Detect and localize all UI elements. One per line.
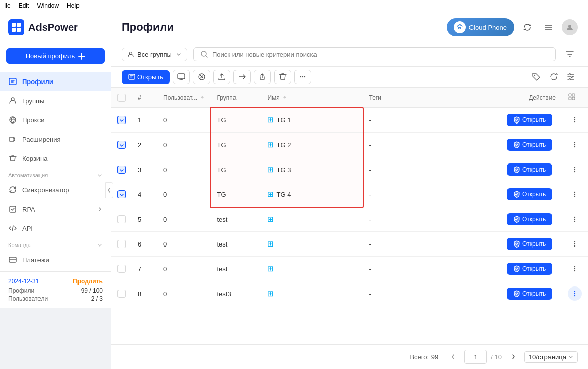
row-checkbox[interactable] (117, 240, 126, 248)
open-button[interactable]: Открыть (122, 70, 170, 84)
row-num: 2 (132, 133, 157, 157)
tag-button[interactable] (529, 70, 543, 84)
column-settings-button[interactable] (564, 70, 578, 84)
row-open-button[interactable]: Открыть (507, 238, 552, 250)
row-open-button[interactable]: Открыть (507, 114, 552, 126)
row-action: Открыть (501, 281, 562, 306)
header-name[interactable]: Имя (261, 88, 363, 108)
row-checkbox[interactable] (117, 116, 126, 124)
table-header-row: # Пользоват... Группа Имя (111, 88, 588, 108)
sidebar-item-proxy[interactable]: Прокси (0, 110, 111, 130)
row-num: 7 (132, 257, 157, 281)
header-user[interactable]: Пользоват... (157, 88, 211, 108)
sidebar-item-payments[interactable]: Платежи (0, 250, 111, 269)
refresh-header-button[interactable] (519, 19, 535, 35)
open-icon (128, 73, 135, 80)
svg-point-17 (300, 76, 301, 77)
users-stat-label: Пользователи (8, 295, 48, 302)
header-check[interactable] (111, 88, 132, 108)
table-body: 1 0 TG ⊞ TG 1 - Открыть (111, 108, 588, 306)
screen-icon (177, 73, 185, 81)
row-num: 4 (132, 182, 157, 207)
next-page-button[interactable] (506, 350, 520, 364)
screen-button[interactable] (173, 70, 190, 84)
sidebar-item-groups[interactable]: Группы (0, 91, 111, 110)
row-more-button[interactable] (568, 138, 582, 152)
row-more-cell (562, 157, 588, 182)
row-open-button[interactable]: Открыть (507, 188, 552, 200)
menu-help[interactable]: Help (67, 2, 80, 9)
cloud-phone-button[interactable]: Cloud Phone (447, 18, 514, 36)
row-more-button[interactable] (568, 212, 582, 226)
sidebar-item-api[interactable]: API (0, 219, 111, 238)
row-checkbox[interactable] (117, 166, 126, 174)
extend-link[interactable]: Продлить (73, 278, 103, 285)
rpa-arrow-icon (97, 206, 103, 212)
row-more-button[interactable] (568, 286, 582, 301)
row-more-button[interactable] (568, 187, 582, 201)
row-checkbox[interactable] (117, 141, 126, 149)
row-checkbox[interactable] (117, 190, 126, 198)
row-open-button[interactable]: Открыть (507, 288, 552, 300)
sidebar-nav: Профили Группы (0, 70, 111, 271)
table-refresh-button[interactable] (546, 70, 561, 84)
table-row: 1 0 TG ⊞ TG 1 - Открыть (111, 108, 588, 133)
filter-button[interactable] (562, 46, 578, 62)
group-select[interactable]: Все группы (122, 48, 187, 61)
page-size-select[interactable]: 10/страница (524, 351, 578, 363)
sidebar-item-extensions[interactable]: Расширения (0, 130, 111, 149)
extensions-icon (8, 135, 17, 144)
close-profile-button[interactable] (193, 70, 210, 84)
menu-ile[interactable]: Ile (4, 2, 11, 9)
svg-point-19 (304, 76, 305, 77)
sidebar-item-trash[interactable]: Корзина (0, 149, 111, 168)
row-open-button[interactable]: Открыть (507, 263, 552, 275)
svg-point-32 (574, 144, 575, 145)
row-open-button[interactable]: Открыть (507, 213, 552, 225)
automation-section: Автоматизация (0, 168, 111, 180)
svg-rect-26 (569, 97, 571, 100)
export-button[interactable] (254, 70, 271, 84)
row-more-button[interactable] (568, 113, 582, 127)
new-profile-button[interactable]: Новый профиль (6, 48, 105, 64)
row-open-button[interactable]: Открыть (507, 139, 552, 151)
delete-button[interactable] (274, 70, 291, 84)
sidebar-collapse-button[interactable] (105, 182, 113, 198)
upload-button[interactable] (213, 70, 230, 84)
more-vertical-icon (571, 141, 579, 149)
row-more-button[interactable] (568, 237, 582, 251)
svg-point-23 (569, 79, 571, 80)
prev-page-button[interactable] (446, 350, 460, 364)
menu-window[interactable]: Window (37, 2, 59, 9)
search-bar (193, 47, 556, 61)
menu-edit[interactable]: Edit (19, 2, 29, 9)
row-open-button[interactable]: Открыть (507, 163, 552, 176)
svg-point-45 (574, 245, 575, 247)
sidebar-item-profiles[interactable]: Профили (0, 72, 111, 91)
sidebar-item-sync[interactable]: Синхронизатор (0, 180, 111, 199)
row-more-button[interactable] (568, 262, 582, 276)
row-tags: - (363, 108, 423, 133)
row-more-cell (562, 207, 588, 232)
windows-icon: ⊞ (267, 115, 274, 125)
svg-point-20 (534, 75, 535, 76)
select-all-checkbox[interactable] (117, 94, 126, 102)
column-config-icon[interactable] (568, 93, 576, 101)
cloud-phone-label: Cloud Phone (469, 24, 507, 31)
search-input[interactable] (212, 51, 549, 58)
user-avatar-button[interactable] (562, 19, 578, 35)
row-more-button[interactable] (568, 162, 582, 177)
list-view-button[interactable] (540, 19, 557, 35)
search-icon (200, 50, 208, 58)
svg-rect-25 (572, 94, 575, 96)
page-number-input[interactable] (464, 350, 487, 364)
payments-icon (8, 255, 17, 264)
row-checkbox[interactable] (117, 290, 126, 298)
row-checkbox[interactable] (117, 215, 126, 223)
sidebar-item-rpa[interactable]: RPA (0, 199, 111, 219)
row-checkbox[interactable] (117, 265, 126, 273)
move-button[interactable] (233, 70, 251, 84)
svg-rect-24 (569, 94, 571, 96)
more-actions-button[interactable] (294, 70, 311, 84)
sort-icon (200, 95, 205, 100)
